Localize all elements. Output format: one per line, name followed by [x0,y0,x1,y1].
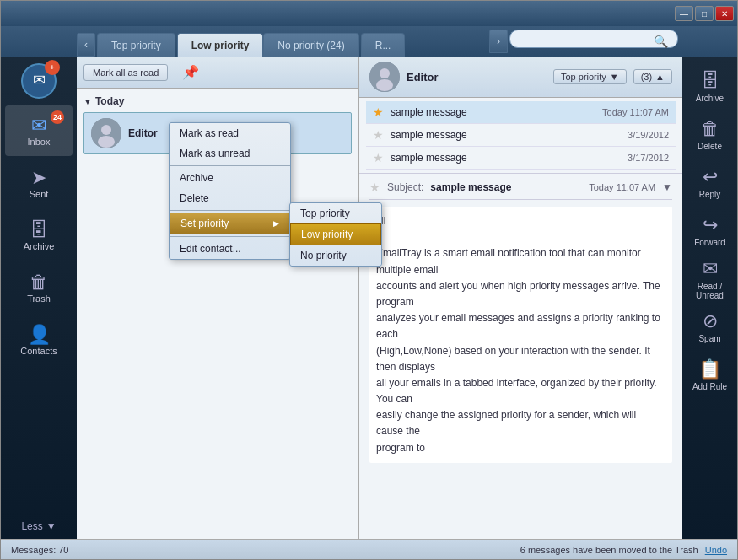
email-body-text: Hi EmailTray is a smart email notificati… [369,207,672,463]
email-list-panel: Mark all as read 📌 ▼ Today [77,57,359,539]
rt-forward-button[interactable]: ↪ Forward [687,207,733,254]
window-controls: — □ ✕ [675,6,734,21]
submenu-low-priority[interactable]: Low priority [290,223,381,245]
rt-delete-icon: 🗑 [701,118,719,140]
email-avatar [91,118,121,148]
main-window: — □ ✕ ‹ Top priority Low priority No pri… [0,0,738,560]
rt-reply-icon: ↩ [703,166,718,188]
star-icon-2[interactable]: ★ [373,151,384,164]
sidebar-item-trash[interactable]: 🗑 Trash [5,262,73,313]
mark-all-read-button[interactable]: Mark all as read [83,64,168,81]
context-menu-archive[interactable]: Archive [170,168,290,188]
rt-add-rule-icon: 📋 [698,358,721,380]
menu-separator-2 [170,210,290,211]
search-input[interactable] [509,30,678,48]
message-row-0[interactable]: ★ sample message Today 11:07 AM [366,101,676,124]
email-body-section: ★ Subject: sample message Today 11:07 AM… [359,173,682,470]
submenu-no-priority[interactable]: No priority [290,245,381,266]
context-menu-delete[interactable]: Delete [170,188,290,208]
message-count-badge[interactable]: (3) ▲ [633,69,672,84]
menu-separator-3 [170,236,290,237]
tab-nav-right[interactable]: › [489,30,508,53]
tab-bar: ‹ Top priority Low priority No priority … [1,26,737,57]
maximize-button[interactable]: □ [695,6,714,21]
tab-no-priority[interactable]: No priority (24) [263,33,358,57]
app-logo: ✉ + [18,60,60,102]
section-arrow-icon: ▼ [83,97,92,106]
rt-archive-button[interactable]: 🗄 Archive [687,63,733,110]
svg-point-4 [98,136,115,148]
close-button[interactable]: ✕ [715,6,734,21]
submenu-top-priority[interactable]: Top priority [290,203,381,223]
status-action-text: 6 messages have been moved to the Trash [520,545,698,555]
menu-separator-1 [170,165,290,166]
right-toolbar: 🗄 Archive 🗑 Delete ↩ Reply ↪ Forward ✉ R… [682,57,737,539]
rt-forward-icon: ↪ [703,214,718,236]
context-menu-set-priority[interactable]: Set priority [170,213,290,234]
context-menu-edit-contact[interactable]: Edit contact... [170,239,290,259]
tab-low-priority[interactable]: Low priority [177,33,264,57]
svg-point-6 [380,68,390,78]
tab-r[interactable]: R... [361,33,406,57]
svg-text:✉: ✉ [33,72,46,89]
email-sender-name: Editor [128,127,158,139]
contacts-icon: 👤 [28,324,51,346]
rt-read-unread-icon: ✉ [703,258,718,280]
email-subject-line: ★ Subject: sample message Today 11:07 AM… [369,180,672,200]
search-icon: 🔍 [654,35,668,48]
msg-count-arrow-icon: ▲ [655,72,665,82]
status-message-count: Messages: 70 [11,545,68,555]
rt-archive-icon: 🗄 [701,70,719,92]
sidebar: ✉ + 24 ✉ Inbox ➤ Sent 🗄 Archive [1,57,77,539]
title-bar: — □ ✕ [1,1,737,26]
status-undo-link[interactable]: Undo [705,545,727,555]
sidebar-item-archive[interactable]: 🗄 Archive [5,210,73,261]
priority-badge[interactable]: Top priority ▼ [553,69,627,84]
expand-button[interactable]: ▼ [662,181,672,193]
status-bar: Messages: 70 6 messages have been moved … [1,539,737,559]
tab-nav-left[interactable]: ‹ [77,33,95,57]
rt-reply-button[interactable]: ↩ Reply [687,159,733,206]
star-icon-0[interactable]: ★ [373,105,384,119]
trash-icon: 🗑 [30,272,48,293]
svg-point-7 [376,79,393,91]
priority-arrow-icon: ▼ [610,72,619,82]
email-viewer-header: Editor Top priority ▼ (3) ▲ [359,57,682,98]
rt-delete-button[interactable]: 🗑 Delete [687,111,733,158]
section-header-today[interactable]: ▼ Today [83,92,352,110]
viewer-sender-name: Editor [407,71,439,83]
inbox-badge: 24 [51,110,64,124]
chevron-down-icon: ▼ [46,520,57,532]
sidebar-item-inbox[interactable]: 24 ✉ Inbox [5,105,73,156]
sidebar-item-contacts[interactable]: 👤 Contacts [5,315,73,365]
context-submenu: Top priority Low priority No priority [289,202,382,267]
svg-point-3 [101,125,111,135]
subject-star-icon[interactable]: ★ [369,180,380,194]
rt-spam-icon: ⊘ [703,310,718,332]
message-row-1[interactable]: ★ sample message 3/19/2012 [366,124,676,147]
sent-icon: ➤ [31,167,46,189]
email-message-list: ★ sample message Today 11:07 AM ★ sample… [359,98,682,173]
context-menu-mark-read[interactable]: Mark as read [170,123,290,143]
toolbar-divider [175,64,175,81]
pin-icon[interactable]: 📌 [182,64,199,80]
email-viewer: Editor Top priority ▼ (3) ▲ ★ sample mes… [359,57,682,539]
logo-badge: + [45,60,60,75]
rt-add-rule-button[interactable]: 📋 Add Rule [687,352,733,398]
minimize-button[interactable]: — [675,6,693,21]
context-menu: Mark as read Mark as unread Archive Dele… [169,122,291,260]
inbox-icon: ✉ [31,115,46,137]
rt-read-unread-button[interactable]: ✉ Read / Unread [687,256,733,302]
sidebar-item-sent[interactable]: ➤ Sent [5,158,73,208]
context-menu-main: Mark as read Mark as unread Archive Dele… [169,122,291,260]
star-icon-1[interactable]: ★ [373,128,384,142]
tab-top-priority[interactable]: Top priority [97,33,175,57]
email-toolbar: Mark all as read 📌 [77,57,358,89]
context-menu-mark-unread[interactable]: Mark as unread [170,143,290,164]
rt-spam-button[interactable]: ⊘ Spam [687,304,733,350]
archive-icon: 🗄 [30,219,48,241]
sidebar-less-button[interactable]: Less ▼ [5,514,73,539]
message-row-2[interactable]: ★ sample message 3/17/2012 [366,147,676,170]
viewer-sender-avatar [369,62,400,92]
main-area: ✉ + 24 ✉ Inbox ➤ Sent 🗄 Archive [1,57,737,539]
